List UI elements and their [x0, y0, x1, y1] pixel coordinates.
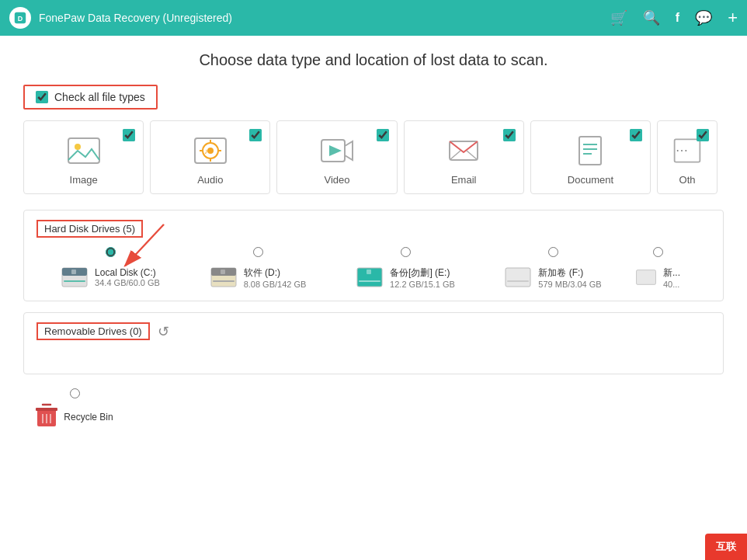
drive-e-size: 12.2 GB/15.1 GB: [390, 280, 455, 289]
svg-rect-31: [221, 270, 225, 274]
removable-drives-section: Removable Drives (0) ↺: [23, 312, 724, 374]
drive-extra-name: 新...: [663, 266, 680, 280]
file-type-document[interactable]: Document: [530, 120, 651, 194]
drive-c-details: Local Disk (C:) 34.4 GB/60.0 GB: [95, 267, 160, 287]
drive-d[interactable]: 软件 (D:) 8.08 GB/142 GB: [184, 247, 332, 291]
image-label: Image: [70, 174, 98, 186]
file-type-audio[interactable]: ♪ Audio: [150, 120, 270, 194]
file-type-email[interactable]: Email: [404, 120, 524, 194]
removable-title: Removable Drives (0): [36, 322, 150, 340]
drive-c-radio[interactable]: [106, 247, 116, 257]
svg-rect-26: [64, 280, 85, 282]
email-checkbox[interactable]: [503, 129, 516, 141]
drive-e-details: 备份[勿删] (E:) 12.2 GB/15.1 GB: [390, 266, 455, 289]
check-all-checkbox[interactable]: [36, 91, 48, 103]
hard-disk-title: Hard Disk Drives (5): [36, 220, 143, 238]
drive-e-name: 备份[勿删] (E:): [390, 266, 455, 280]
svg-point-3: [75, 144, 81, 150]
drive-f-details: 新加卷 (F:) 579 MB/3.04 GB: [538, 266, 601, 289]
drive-f-radio[interactable]: [548, 247, 558, 257]
file-types-row: Image ♪ Audio: [23, 120, 724, 194]
removable-header: Removable Drives (0) ↺: [36, 322, 711, 340]
bottom-badge: 互联: [705, 534, 747, 560]
svg-rect-33: [359, 280, 380, 282]
add-icon[interactable]: +: [728, 8, 738, 28]
drive-d-size: 8.08 GB/142 GB: [244, 280, 307, 289]
drive-c-name: Local Disk (C:): [95, 267, 160, 278]
drive-f[interactable]: 新加卷 (F:) 579 MB/3.04 GB: [479, 247, 627, 291]
svg-line-16: [450, 151, 460, 160]
svg-text:⋯: ⋯: [676, 143, 688, 157]
svg-rect-40: [36, 408, 57, 411]
video-checkbox[interactable]: [377, 129, 389, 141]
audio-icon: ♪: [192, 132, 229, 169]
drive-d-info: 软件 (D:) 8.08 GB/142 GB: [210, 263, 307, 291]
recycle-radio[interactable]: [70, 388, 80, 398]
search-icon[interactable]: 🔍: [643, 9, 660, 26]
drive-extra-icon: [635, 263, 657, 291]
video-icon: [318, 132, 356, 169]
file-type-other[interactable]: ⋯ Oth: [657, 120, 717, 194]
drive-d-radio[interactable]: [253, 247, 263, 257]
drive-f-name: 新加卷 (F:): [538, 266, 601, 280]
email-icon: [445, 132, 482, 169]
drive-e-icon: [356, 263, 384, 291]
titlebar: D FonePaw Data Recovery (Unregistered) 🛒…: [0, 0, 747, 36]
drive-extra[interactable]: 新... 40...: [627, 247, 689, 291]
document-icon: [572, 132, 609, 169]
drive-extra-size: 40...: [663, 280, 680, 289]
recycle-bin-icon: [36, 403, 59, 431]
drive-e[interactable]: 备份[勿删] (E:) 12.2 GB/15.1 GB: [332, 247, 479, 291]
file-type-video[interactable]: Video: [276, 120, 397, 194]
drive-f-icon: [504, 263, 532, 291]
recycle-item[interactable]: Recycle Bin: [36, 388, 113, 431]
hard-disk-header: Hard Disk Drives (5): [36, 220, 711, 238]
svg-rect-27: [71, 270, 76, 274]
email-label: Email: [451, 174, 477, 186]
drive-c[interactable]: Local Disk (C:) 34.4 GB/60.0 GB: [36, 247, 184, 291]
drive-d-name: 软件 (D:): [244, 266, 307, 280]
drive-d-details: 软件 (D:) 8.08 GB/142 GB: [244, 266, 307, 289]
app-logo: D: [9, 7, 31, 29]
video-label: Video: [325, 174, 350, 186]
drive-c-info: Local Disk (C:) 34.4 GB/60.0 GB: [61, 263, 160, 291]
titlebar-icons: 🛒 🔍 f 💬 +: [610, 8, 738, 28]
document-checkbox[interactable]: [630, 129, 642, 141]
audio-label: Audio: [197, 174, 223, 186]
svg-rect-36: [507, 280, 529, 282]
drive-f-size: 579 MB/3.04 GB: [538, 280, 601, 289]
page-title: Choose data type and location of lost da…: [23, 51, 724, 69]
drive-extra-radio[interactable]: [653, 247, 663, 257]
svg-point-6: [207, 148, 214, 154]
svg-text:D: D: [18, 15, 23, 23]
svg-rect-18: [579, 137, 601, 165]
document-label: Document: [568, 174, 613, 186]
drive-extra-details: 新... 40...: [663, 266, 680, 289]
recycle-bin-label: Recycle Bin: [64, 412, 113, 423]
svg-rect-37: [637, 270, 656, 285]
audio-checkbox[interactable]: [249, 129, 262, 141]
drive-e-radio[interactable]: [401, 247, 411, 257]
facebook-icon[interactable]: f: [676, 11, 679, 25]
drive-c-icon: [61, 263, 89, 291]
svg-rect-34: [367, 270, 371, 274]
image-icon: [65, 132, 102, 169]
refresh-icon[interactable]: ↺: [158, 323, 169, 340]
svg-text:♪: ♪: [204, 147, 208, 155]
file-type-image[interactable]: Image: [23, 120, 144, 194]
check-all-label: Check all file types: [54, 91, 145, 103]
recycle-section: Recycle Bin: [23, 385, 724, 431]
hard-disk-section: Hard Disk Drives (5) Local: [23, 210, 724, 301]
chat-icon[interactable]: 💬: [695, 9, 712, 26]
svg-line-17: [467, 151, 478, 160]
other-checkbox[interactable]: [697, 129, 709, 141]
recycle-info: Recycle Bin: [36, 403, 113, 431]
check-all-container[interactable]: Check all file types: [23, 85, 158, 110]
image-checkbox[interactable]: [123, 129, 135, 141]
drives-row: Local Disk (C:) 34.4 GB/60.0 GB: [36, 247, 711, 291]
cart-icon[interactable]: 🛒: [610, 9, 627, 26]
svg-rect-30: [213, 280, 235, 282]
drive-extra-info: 新... 40...: [635, 263, 680, 291]
svg-rect-2: [68, 138, 99, 163]
svg-marker-13: [345, 141, 353, 160]
